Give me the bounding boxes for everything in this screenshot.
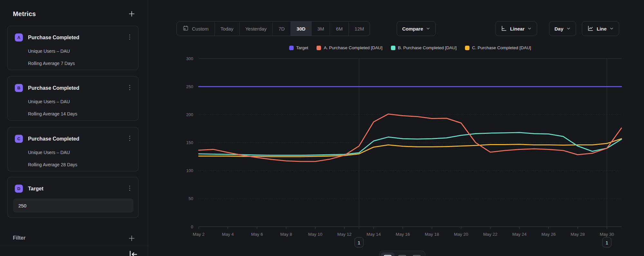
series-line	[199, 114, 621, 161]
split-view-icon	[398, 255, 406, 256]
view-toggle-split-button[interactable]	[395, 252, 409, 256]
series-line	[199, 139, 621, 157]
metric-badge-b: B	[15, 84, 23, 92]
metric-measurement: Unique Users – DAU	[28, 49, 70, 54]
svg-text:300: 300	[186, 56, 193, 61]
metric-badge-d: D	[15, 185, 23, 193]
svg-text:250: 250	[186, 84, 193, 89]
metric-options-button[interactable]: ⋮	[125, 82, 134, 93]
metric-card-target[interactable]: D Target ⋮	[7, 177, 138, 218]
svg-text:May 2: May 2	[193, 232, 205, 237]
metric-measurement: Unique Users – DAU	[28, 150, 70, 155]
plus-icon	[128, 238, 135, 243]
svg-text:May 22: May 22	[483, 232, 497, 237]
metric-title: Purchase Completed	[28, 85, 79, 91]
metrics-dashboard: Metrics A Purchase Completed ⋮ Unique Us…	[0, 0, 644, 256]
svg-text:100: 100	[186, 168, 193, 173]
metric-title: Purchase Completed	[28, 136, 79, 142]
svg-text:May 30: May 30	[600, 232, 614, 237]
svg-text:1: 1	[606, 240, 608, 245]
metric-badge-c: C	[15, 135, 23, 143]
svg-text:200: 200	[186, 112, 193, 117]
svg-text:May 16: May 16	[396, 232, 410, 237]
sidebar-divider	[0, 246, 148, 246]
svg-text:May 12: May 12	[337, 232, 352, 237]
svg-text:May 8: May 8	[280, 232, 292, 237]
metric-measurement: Unique Users – DAU	[28, 99, 70, 104]
kebab-icon: ⋮	[127, 84, 133, 91]
line-chart-canvas: 050100150200250300May 2May 4May 6May 8Ma…	[148, 0, 644, 256]
kebab-icon: ⋮	[127, 135, 133, 142]
metric-title: Target	[28, 186, 43, 192]
svg-text:May 10: May 10	[308, 232, 322, 237]
chart-view-icon	[384, 255, 392, 256]
svg-text:May 20: May 20	[454, 232, 468, 237]
svg-text:May 6: May 6	[251, 232, 263, 237]
svg-text:150: 150	[186, 140, 193, 145]
svg-text:May 18: May 18	[425, 232, 439, 237]
chart-panel: Custom Today Yesterday 7D 30D 3M 6M 12M …	[148, 0, 644, 256]
kebab-icon: ⋮	[127, 33, 133, 40]
plus-icon	[128, 14, 135, 18]
kebab-icon: ⋮	[127, 185, 133, 191]
metric-options-button[interactable]: ⋮	[125, 133, 134, 143]
target-value-input[interactable]	[13, 198, 133, 213]
svg-text:May 24: May 24	[512, 232, 527, 237]
metric-transformation: Rolling Average 28 Days	[28, 162, 77, 167]
metric-card-c[interactable]: C Purchase Completed ⋮ Unique Users – DA…	[7, 127, 138, 171]
series-line	[199, 133, 621, 155]
svg-text:May 14: May 14	[366, 232, 381, 237]
chart-view-toggle	[379, 251, 425, 256]
metric-transformation: Rolling Average 7 Days	[28, 61, 75, 66]
view-toggle-table-button[interactable]	[410, 252, 423, 256]
svg-text:1: 1	[358, 240, 360, 245]
metric-badge-a: A	[15, 33, 23, 41]
metric-card-b[interactable]: B Purchase Completed ⋮ Unique Users – DA…	[7, 76, 138, 121]
metric-options-button[interactable]: ⋮	[125, 183, 134, 193]
metric-title: Purchase Completed	[28, 35, 79, 41]
metric-transformation: Rolling Average 14 Days	[28, 111, 77, 116]
annotation-badge[interactable]: 1	[602, 237, 611, 247]
collapse-sidebar-button[interactable]	[128, 250, 138, 256]
filter-section-title: Filter	[13, 235, 25, 241]
metrics-sidebar: Metrics A Purchase Completed ⋮ Unique Us…	[0, 0, 148, 256]
svg-text:May 26: May 26	[541, 232, 555, 237]
table-view-icon	[412, 255, 421, 256]
svg-text:May 4: May 4	[222, 232, 234, 237]
metric-options-button[interactable]: ⋮	[125, 32, 134, 42]
svg-text:0: 0	[191, 224, 193, 229]
annotation-badge[interactable]: 1	[355, 237, 364, 247]
metric-card-a[interactable]: A Purchase Completed ⋮ Unique Users – DA…	[7, 26, 138, 70]
svg-text:50: 50	[189, 196, 193, 201]
add-metric-button[interactable]	[127, 9, 137, 19]
view-toggle-chart-button[interactable]	[381, 252, 394, 256]
add-filter-button[interactable]	[127, 233, 137, 244]
svg-text:May 28: May 28	[571, 232, 585, 237]
metrics-section-title: Metrics	[13, 10, 36, 18]
